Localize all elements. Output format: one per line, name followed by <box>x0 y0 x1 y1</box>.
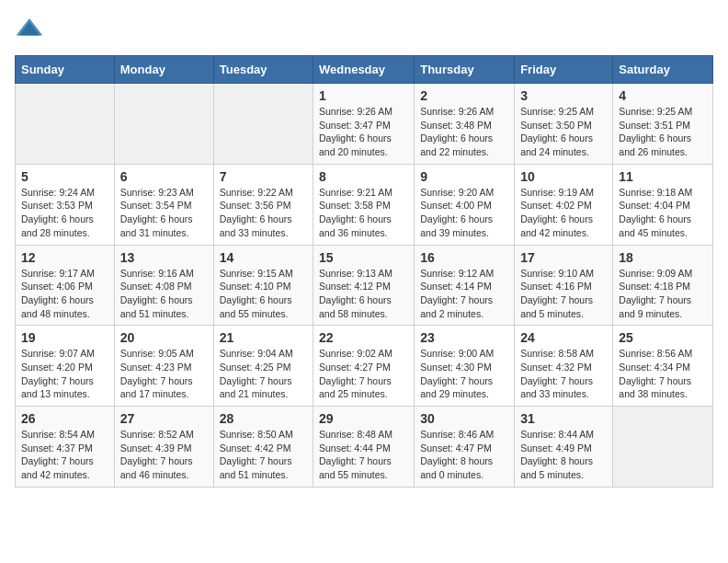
day-number: 13 <box>120 250 208 265</box>
day-info: Sunrise: 8:52 AM Sunset: 4:39 PM Dayligh… <box>120 428 208 482</box>
day-number: 18 <box>619 250 707 265</box>
day-info: Sunrise: 8:46 AM Sunset: 4:47 PM Dayligh… <box>420 428 508 482</box>
day-cell: 2Sunrise: 9:26 AM Sunset: 3:48 PM Daylig… <box>415 84 515 165</box>
day-number: 11 <box>619 169 707 184</box>
day-info: Sunrise: 8:54 AM Sunset: 4:37 PM Dayligh… <box>21 428 108 482</box>
day-number: 8 <box>319 169 408 184</box>
day-cell: 20Sunrise: 9:05 AM Sunset: 4:23 PM Dayli… <box>114 326 213 407</box>
weekday-header-sunday: Sunday <box>16 56 115 84</box>
day-cell: 16Sunrise: 9:12 AM Sunset: 4:14 PM Dayli… <box>415 245 515 326</box>
weekday-header-thursday: Thursday <box>415 56 515 84</box>
day-cell: 21Sunrise: 9:04 AM Sunset: 4:25 PM Dayli… <box>213 326 313 407</box>
day-number: 5 <box>21 169 108 184</box>
day-number: 14 <box>220 250 307 265</box>
day-cell: 12Sunrise: 9:17 AM Sunset: 4:06 PM Dayli… <box>16 245 115 326</box>
day-info: Sunrise: 9:04 AM Sunset: 4:25 PM Dayligh… <box>220 347 307 401</box>
day-cell: 4Sunrise: 9:25 AM Sunset: 3:51 PM Daylig… <box>613 84 713 165</box>
day-cell: 31Sunrise: 8:44 AM Sunset: 4:49 PM Dayli… <box>515 407 613 488</box>
day-number: 16 <box>420 250 508 265</box>
day-number: 31 <box>520 411 607 426</box>
day-number: 20 <box>120 330 208 345</box>
day-number: 9 <box>420 169 508 184</box>
day-info: Sunrise: 9:17 AM Sunset: 4:06 PM Dayligh… <box>21 267 108 321</box>
day-cell: 14Sunrise: 9:15 AM Sunset: 4:10 PM Dayli… <box>213 245 313 326</box>
day-number: 28 <box>220 411 307 426</box>
week-row-2: 5Sunrise: 9:24 AM Sunset: 3:53 PM Daylig… <box>16 164 713 245</box>
day-info: Sunrise: 9:26 AM Sunset: 3:48 PM Dayligh… <box>420 105 508 159</box>
calendar-body: 1Sunrise: 9:26 AM Sunset: 3:47 PM Daylig… <box>16 84 713 488</box>
day-info: Sunrise: 9:15 AM Sunset: 4:10 PM Dayligh… <box>220 267 307 321</box>
day-cell: 27Sunrise: 8:52 AM Sunset: 4:39 PM Dayli… <box>114 407 213 488</box>
calendar: SundayMondayTuesdayWednesdayThursdayFrid… <box>15 55 713 488</box>
day-number: 30 <box>420 411 508 426</box>
day-cell: 9Sunrise: 9:20 AM Sunset: 4:00 PM Daylig… <box>415 164 515 245</box>
day-info: Sunrise: 9:22 AM Sunset: 3:56 PM Dayligh… <box>220 186 307 240</box>
week-row-4: 19Sunrise: 9:07 AM Sunset: 4:20 PM Dayli… <box>16 326 713 407</box>
day-number: 7 <box>220 169 307 184</box>
page-header <box>15 15 713 44</box>
day-cell: 18Sunrise: 9:09 AM Sunset: 4:18 PM Dayli… <box>613 245 713 326</box>
day-cell: 3Sunrise: 9:25 AM Sunset: 3:50 PM Daylig… <box>515 84 613 165</box>
day-info: Sunrise: 9:19 AM Sunset: 4:02 PM Dayligh… <box>520 186 607 240</box>
day-info: Sunrise: 9:00 AM Sunset: 4:30 PM Dayligh… <box>420 347 508 401</box>
day-number: 26 <box>21 411 108 426</box>
day-number: 4 <box>619 88 707 103</box>
day-cell <box>213 84 313 165</box>
day-number: 10 <box>520 169 607 184</box>
day-cell: 1Sunrise: 9:26 AM Sunset: 3:47 PM Daylig… <box>313 84 415 165</box>
day-cell: 8Sunrise: 9:21 AM Sunset: 3:58 PM Daylig… <box>313 164 415 245</box>
day-info: Sunrise: 9:26 AM Sunset: 3:47 PM Dayligh… <box>319 105 408 159</box>
day-info: Sunrise: 9:18 AM Sunset: 4:04 PM Dayligh… <box>619 186 707 240</box>
day-cell: 10Sunrise: 9:19 AM Sunset: 4:02 PM Dayli… <box>515 164 613 245</box>
day-cell: 13Sunrise: 9:16 AM Sunset: 4:08 PM Dayli… <box>114 245 213 326</box>
day-cell: 15Sunrise: 9:13 AM Sunset: 4:12 PM Dayli… <box>313 245 415 326</box>
day-number: 25 <box>619 330 707 345</box>
day-number: 17 <box>520 250 607 265</box>
calendar-header: SundayMondayTuesdayWednesdayThursdayFrid… <box>16 56 713 84</box>
day-info: Sunrise: 9:20 AM Sunset: 4:00 PM Dayligh… <box>420 186 508 240</box>
day-info: Sunrise: 9:24 AM Sunset: 3:53 PM Dayligh… <box>21 186 108 240</box>
day-number: 29 <box>319 411 408 426</box>
week-row-1: 1Sunrise: 9:26 AM Sunset: 3:47 PM Daylig… <box>16 84 713 165</box>
day-info: Sunrise: 9:16 AM Sunset: 4:08 PM Dayligh… <box>120 267 208 321</box>
day-number: 21 <box>220 330 307 345</box>
day-info: Sunrise: 8:48 AM Sunset: 4:44 PM Dayligh… <box>319 428 408 482</box>
weekday-header-monday: Monday <box>114 56 213 84</box>
day-info: Sunrise: 8:56 AM Sunset: 4:34 PM Dayligh… <box>619 347 707 401</box>
day-info: Sunrise: 9:23 AM Sunset: 3:54 PM Dayligh… <box>120 186 208 240</box>
day-cell: 30Sunrise: 8:46 AM Sunset: 4:47 PM Dayli… <box>415 407 515 488</box>
day-info: Sunrise: 9:05 AM Sunset: 4:23 PM Dayligh… <box>120 347 208 401</box>
day-number: 22 <box>319 330 408 345</box>
day-cell <box>613 407 713 488</box>
day-info: Sunrise: 9:10 AM Sunset: 4:16 PM Dayligh… <box>520 267 607 321</box>
day-cell: 28Sunrise: 8:50 AM Sunset: 4:42 PM Dayli… <box>213 407 313 488</box>
day-info: Sunrise: 9:09 AM Sunset: 4:18 PM Dayligh… <box>619 267 707 321</box>
day-number: 24 <box>520 330 607 345</box>
day-info: Sunrise: 8:44 AM Sunset: 4:49 PM Dayligh… <box>520 428 607 482</box>
day-info: Sunrise: 8:50 AM Sunset: 4:42 PM Dayligh… <box>220 428 307 482</box>
day-cell <box>114 84 213 165</box>
day-cell: 7Sunrise: 9:22 AM Sunset: 3:56 PM Daylig… <box>213 164 313 245</box>
day-number: 27 <box>120 411 208 426</box>
day-info: Sunrise: 8:58 AM Sunset: 4:32 PM Dayligh… <box>520 347 607 401</box>
day-cell: 24Sunrise: 8:58 AM Sunset: 4:32 PM Dayli… <box>515 326 613 407</box>
day-number: 3 <box>520 88 607 103</box>
weekday-header-friday: Friday <box>515 56 613 84</box>
day-number: 12 <box>21 250 108 265</box>
day-cell: 29Sunrise: 8:48 AM Sunset: 4:44 PM Dayli… <box>313 407 415 488</box>
day-number: 15 <box>319 250 408 265</box>
day-cell: 23Sunrise: 9:00 AM Sunset: 4:30 PM Dayli… <box>415 326 515 407</box>
day-cell <box>16 84 115 165</box>
day-number: 2 <box>420 88 508 103</box>
weekday-header-saturday: Saturday <box>613 56 713 84</box>
day-info: Sunrise: 9:25 AM Sunset: 3:51 PM Dayligh… <box>619 105 707 159</box>
weekday-header-wednesday: Wednesday <box>313 56 415 84</box>
week-row-5: 26Sunrise: 8:54 AM Sunset: 4:37 PM Dayli… <box>16 407 713 488</box>
day-number: 23 <box>420 330 508 345</box>
day-cell: 26Sunrise: 8:54 AM Sunset: 4:37 PM Dayli… <box>16 407 115 488</box>
day-number: 1 <box>319 88 408 103</box>
day-info: Sunrise: 9:25 AM Sunset: 3:50 PM Dayligh… <box>520 105 607 159</box>
week-row-3: 12Sunrise: 9:17 AM Sunset: 4:06 PM Dayli… <box>16 245 713 326</box>
day-info: Sunrise: 9:07 AM Sunset: 4:20 PM Dayligh… <box>21 347 108 401</box>
day-number: 19 <box>21 330 108 345</box>
